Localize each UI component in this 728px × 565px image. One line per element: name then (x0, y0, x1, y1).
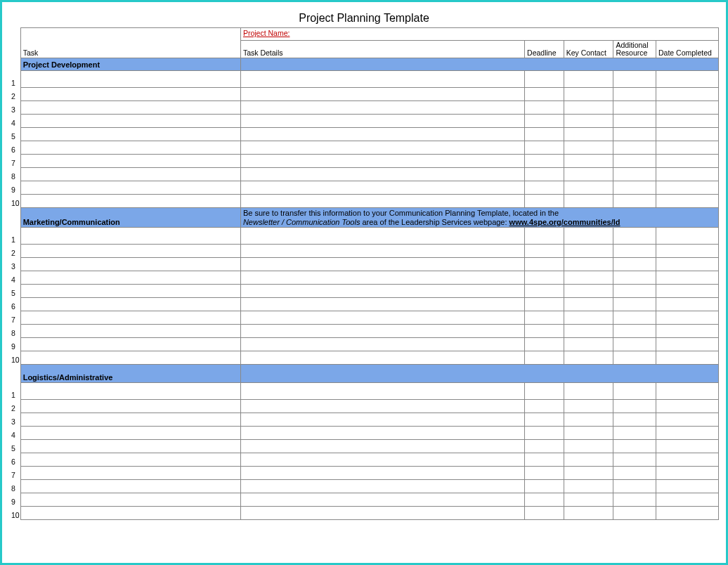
cell-details[interactable] (240, 400, 524, 413)
cell-deadline[interactable] (525, 71, 564, 88)
cell-datecomp[interactable] (656, 298, 719, 311)
cell-contact[interactable] (564, 141, 613, 155)
cell-datecomp[interactable] (656, 400, 719, 413)
cell-task[interactable] (20, 141, 240, 155)
cell-contact[interactable] (564, 258, 613, 271)
cell-resource[interactable] (613, 195, 656, 208)
cell-resource[interactable] (613, 298, 656, 311)
cell-task[interactable] (20, 351, 240, 365)
cell-details[interactable] (240, 298, 524, 311)
cell-resource[interactable] (613, 88, 656, 101)
cell-datecomp[interactable] (656, 228, 719, 245)
cell-deadline[interactable] (525, 351, 564, 365)
cell-task[interactable] (20, 88, 240, 101)
cell-resource[interactable] (613, 181, 656, 195)
cell-datecomp[interactable] (656, 71, 719, 88)
cell-deadline[interactable] (525, 507, 564, 520)
cell-task[interactable] (20, 325, 240, 338)
cell-details[interactable] (240, 427, 524, 440)
cell-details[interactable] (240, 325, 524, 338)
cell-task[interactable] (20, 245, 240, 258)
cell-datecomp[interactable] (656, 141, 719, 155)
cell-details[interactable] (240, 245, 524, 258)
cell-deadline[interactable] (525, 195, 564, 208)
cell-datecomp[interactable] (656, 440, 719, 453)
cell-deadline[interactable] (525, 298, 564, 311)
cell-resource[interactable] (613, 168, 656, 181)
cell-resource[interactable] (613, 245, 656, 258)
cell-task[interactable] (20, 298, 240, 311)
cell-contact[interactable] (564, 400, 613, 413)
cell-contact[interactable] (564, 271, 613, 285)
cell-deadline[interactable] (525, 427, 564, 440)
cell-resource[interactable] (613, 285, 656, 298)
cell-resource[interactable] (613, 338, 656, 351)
cell-contact[interactable] (564, 285, 613, 298)
cell-deadline[interactable] (525, 400, 564, 413)
cell-task[interactable] (20, 195, 240, 208)
cell-task[interactable] (20, 71, 240, 88)
cell-datecomp[interactable] (656, 351, 719, 365)
cell-task[interactable] (20, 453, 240, 467)
cell-details[interactable] (240, 155, 524, 168)
cell-resource[interactable] (613, 325, 656, 338)
cell-datecomp[interactable] (656, 311, 719, 325)
cell-task[interactable] (20, 413, 240, 427)
cell-resource[interactable] (613, 413, 656, 427)
cell-details[interactable] (240, 88, 524, 101)
cell-datecomp[interactable] (656, 168, 719, 181)
cell-deadline[interactable] (525, 285, 564, 298)
cell-contact[interactable] (564, 245, 613, 258)
cell-details[interactable] (240, 338, 524, 351)
cell-details[interactable] (240, 453, 524, 467)
cell-resource[interactable] (613, 141, 656, 155)
cell-resource[interactable] (613, 271, 656, 285)
cell-datecomp[interactable] (656, 383, 719, 400)
cell-datecomp[interactable] (656, 245, 719, 258)
cell-details[interactable] (240, 413, 524, 427)
cell-task[interactable] (20, 383, 240, 400)
cell-task[interactable] (20, 467, 240, 480)
cell-resource[interactable] (613, 351, 656, 365)
cell-details[interactable] (240, 493, 524, 507)
cell-deadline[interactable] (525, 440, 564, 453)
cell-contact[interactable] (564, 453, 613, 467)
cell-resource[interactable] (613, 507, 656, 520)
cell-deadline[interactable] (525, 101, 564, 115)
cell-datecomp[interactable] (656, 115, 719, 128)
cell-contact[interactable] (564, 440, 613, 453)
cell-deadline[interactable] (525, 128, 564, 141)
cell-details[interactable] (240, 467, 524, 480)
cell-deadline[interactable] (525, 245, 564, 258)
cell-details[interactable] (240, 351, 524, 365)
cell-details[interactable] (240, 507, 524, 520)
cell-details[interactable] (240, 128, 524, 141)
cell-contact[interactable] (564, 181, 613, 195)
cell-details[interactable] (240, 141, 524, 155)
cell-datecomp[interactable] (656, 271, 719, 285)
cell-details[interactable] (240, 168, 524, 181)
cell-contact[interactable] (564, 128, 613, 141)
cell-contact[interactable] (564, 115, 613, 128)
cell-contact[interactable] (564, 325, 613, 338)
cell-deadline[interactable] (525, 493, 564, 507)
cell-resource[interactable] (613, 467, 656, 480)
cell-details[interactable] (240, 271, 524, 285)
cell-datecomp[interactable] (656, 101, 719, 115)
cell-resource[interactable] (613, 453, 656, 467)
cell-datecomp[interactable] (656, 467, 719, 480)
cell-contact[interactable] (564, 155, 613, 168)
cell-contact[interactable] (564, 228, 613, 245)
cell-task[interactable] (20, 338, 240, 351)
cell-contact[interactable] (564, 413, 613, 427)
cell-datecomp[interactable] (656, 181, 719, 195)
cell-resource[interactable] (613, 493, 656, 507)
cell-task[interactable] (20, 101, 240, 115)
cell-deadline[interactable] (525, 338, 564, 351)
cell-contact[interactable] (564, 71, 613, 88)
cell-resource[interactable] (613, 101, 656, 115)
cell-deadline[interactable] (525, 168, 564, 181)
cell-contact[interactable] (564, 351, 613, 365)
cell-datecomp[interactable] (656, 325, 719, 338)
cell-contact[interactable] (564, 480, 613, 493)
